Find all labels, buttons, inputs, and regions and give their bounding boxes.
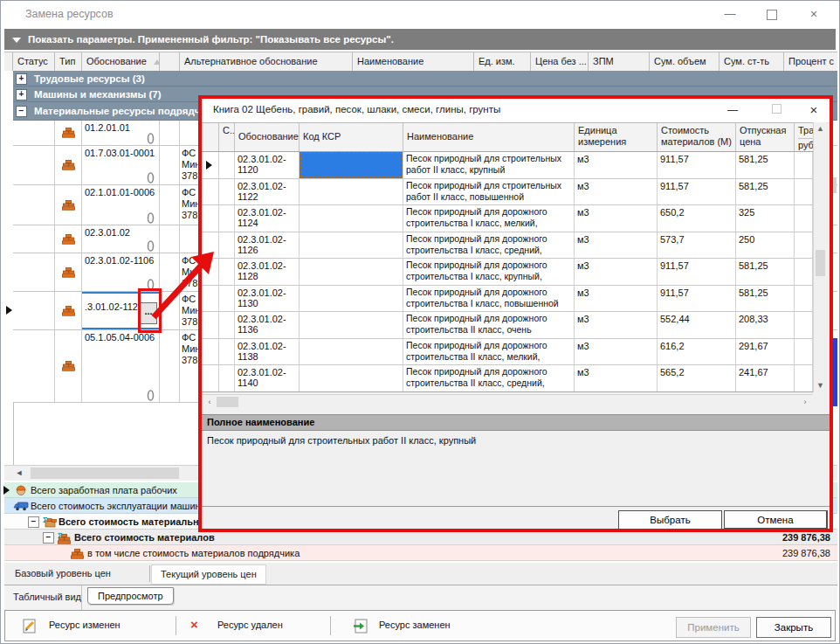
price-cell[interactable]: 241,67 (736, 365, 795, 391)
expand-icon[interactable]: + (16, 73, 27, 85)
maximize-button[interactable] (759, 4, 785, 24)
cost-cell[interactable]: 650,2 (658, 205, 736, 232)
code-cell[interactable]: 02.3.01.02-1120 (235, 152, 300, 178)
scroll-up-icon[interactable]: ▲ (814, 122, 827, 135)
dialog-row[interactable]: 02.3.01.02-1124 Песок природный для доро… (202, 205, 813, 232)
ksr-cell[interactable] (300, 339, 403, 365)
dialog-minimize-button[interactable]: — (721, 101, 744, 119)
tab-base-price-level[interactable]: Базовый уровень цен (6, 564, 120, 583)
cost-cell[interactable]: 573,7 (658, 232, 736, 259)
header-unit[interactable]: Ед. изм. (474, 52, 531, 72)
ksr-cell[interactable] (300, 259, 403, 285)
transport-cell[interactable] (795, 286, 813, 312)
name-cell[interactable]: Песок природный для дорожного строительс… (403, 286, 575, 312)
header-unit[interactable]: Единица измерения (575, 123, 658, 151)
dialog-horizontal-scrollbar[interactable]: ‹ › (202, 394, 813, 408)
group-row-labor[interactable]: + Трудовые ресурсы (3) (13, 71, 837, 87)
header-name[interactable]: Наименование (353, 52, 474, 72)
unit-cell[interactable]: м3 (575, 339, 658, 365)
header-cost[interactable]: Стоимость материалов (М) (658, 123, 736, 151)
cost-cell[interactable]: 911,57 (658, 259, 736, 285)
scrollbar-thumb[interactable] (217, 397, 238, 407)
unit-cell[interactable]: м3 (575, 259, 658, 285)
header-ksr-code[interactable]: Код КСР (300, 123, 403, 151)
close-window-button[interactable]: Закрыть (756, 617, 831, 638)
scrollbar-thumb[interactable] (31, 467, 179, 479)
price-cell[interactable]: 581,25 (736, 259, 795, 285)
header-price[interactable]: Цена без ... (531, 52, 589, 72)
name-cell[interactable]: Песок природный для дорожного строительс… (403, 312, 575, 338)
header-justification[interactable]: Обоснование (235, 123, 300, 151)
transport-cell[interactable] (795, 365, 813, 391)
header-num[interactable]: С.. (219, 123, 235, 151)
summary-row-contractor-materials[interactable]: в том числе стоимость материалов подрядч… (4, 545, 837, 561)
code-cell[interactable]: 02.1.01.01-0006 (82, 185, 160, 225)
price-cell[interactable]: 208,33 (736, 312, 795, 338)
header-volume[interactable]: Сум. объем (650, 52, 720, 72)
price-cell[interactable]: 325 (736, 205, 795, 232)
ksr-cell-selected[interactable] (300, 152, 403, 178)
transport-cell[interactable] (795, 259, 813, 285)
code-cell[interactable]: 02.3.01.02-1122 (235, 179, 300, 205)
transport-cell[interactable] (795, 232, 813, 259)
cost-cell[interactable]: 565,2 (658, 365, 736, 391)
price-cell[interactable]: 291,67 (736, 339, 795, 365)
dialog-row[interactable]: 02.3.01.02-1128 Песок природный для доро… (202, 259, 813, 286)
dialog-close-button[interactable]: × (802, 101, 825, 119)
cost-cell[interactable]: 911,57 (658, 286, 736, 312)
dialog-row[interactable]: 02.3.01.02-1136 Песок природный для доро… (202, 312, 813, 339)
header-alt[interactable]: Альтернативное обоснование (180, 52, 353, 72)
code-cell[interactable]: 01.2.01.01 (82, 121, 160, 145)
scrollbar-thumb[interactable] (816, 250, 825, 276)
unit-cell[interactable]: м3 (575, 312, 658, 338)
cost-cell[interactable]: 616,2 (658, 339, 736, 365)
code-cell[interactable]: 02.3.01.02-1130 (235, 286, 300, 312)
expand-icon[interactable]: + (16, 89, 27, 100)
ksr-cell[interactable] (300, 232, 403, 259)
code-cell[interactable]: 02.3.01.02-1128 (235, 259, 300, 285)
code-cell[interactable]: 02.3.01.02-1126 (235, 232, 300, 259)
header-percent[interactable]: Процент с (784, 52, 837, 72)
minimize-button[interactable]: — (717, 4, 743, 24)
close-button[interactable]: × (801, 4, 827, 24)
transport-cell[interactable] (795, 152, 813, 178)
transport-cell[interactable] (795, 312, 813, 338)
unit-cell[interactable]: м3 (575, 152, 658, 178)
transport-cell[interactable] (795, 179, 813, 205)
cost-cell[interactable]: 911,57 (658, 152, 736, 178)
collapse-icon[interactable]: − (16, 106, 27, 117)
price-cell[interactable]: 581,25 (736, 179, 795, 205)
collapse-icon[interactable]: − (28, 516, 39, 528)
ksr-cell[interactable] (300, 286, 403, 312)
tab-table-view[interactable]: Табличный вид (13, 592, 81, 602)
dialog-row[interactable]: 02.3.01.02-1140 Песок природный для доро… (202, 365, 813, 392)
dialog-vertical-scrollbar[interactable]: ▲ ▼ (813, 122, 827, 392)
header-name[interactable]: Наименование (403, 123, 575, 151)
header-code[interactable]: Обоснование (82, 52, 160, 72)
ksr-cell[interactable] (300, 312, 403, 338)
scroll-down-icon[interactable]: ▼ (814, 379, 827, 392)
price-cell[interactable]: 250 (736, 232, 795, 259)
filter-bar[interactable]: Показать параметры. Примененный фильтр: … (4, 29, 836, 50)
ksr-cell[interactable] (300, 205, 403, 232)
cost-cell[interactable]: 552,44 (658, 312, 736, 338)
transport-cell[interactable] (795, 339, 813, 365)
tab-current-price-level[interactable]: Текущий уровень цен (151, 564, 266, 585)
name-cell[interactable]: Песок природный для строительных работ I… (403, 179, 575, 205)
cost-cell[interactable]: 911,57 (658, 179, 736, 205)
unit-cell[interactable]: м3 (575, 365, 658, 391)
scroll-right-icon[interactable]: › (799, 397, 811, 408)
ksr-cell[interactable] (300, 365, 403, 391)
header-total[interactable]: Сум. ст-ть (720, 52, 784, 72)
name-cell[interactable]: Песок природный для дорожного строительс… (403, 339, 575, 365)
ksr-cell[interactable] (300, 179, 403, 205)
header-type[interactable]: Тип (55, 52, 82, 72)
scroll-left-icon[interactable]: ‹ (203, 397, 216, 408)
header-price[interactable]: Отпускная цена (736, 123, 795, 151)
dialog-row-selected[interactable]: 02.3.01.02-1120 Песок природный для стро… (202, 152, 813, 179)
dialog-maximize-button[interactable] (765, 101, 788, 119)
name-cell[interactable]: Песок природный для дорожного строительс… (403, 232, 575, 259)
cancel-button[interactable]: Отмена (724, 510, 828, 530)
name-cell[interactable]: Песок природный для дорожного строительс… (403, 365, 575, 391)
dialog-row[interactable]: 02.3.01.02-1138 Песок природный для доро… (202, 339, 813, 366)
